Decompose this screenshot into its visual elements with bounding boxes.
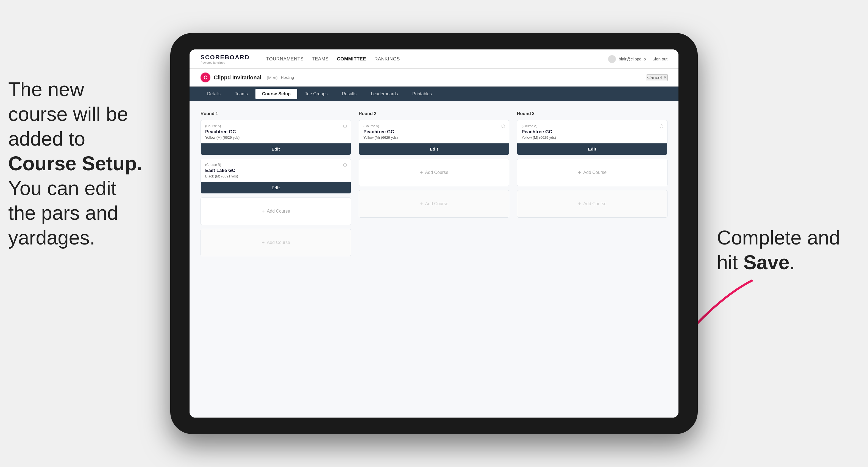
course-card-inner-r3a: (Course A) Peachtree GC Yellow (M) (6629… [517, 120, 667, 139]
course-a-edit-r1[interactable]: Edit [201, 144, 351, 155]
round-1-column: Round 1 (Course A) Peachtree GC Yellow (… [200, 111, 351, 260]
course-b-tag-r1: (Course B) [205, 163, 346, 167]
course-a-info-r1: Yellow (M) (6629 yds) [205, 135, 346, 139]
round-1-label: Round 1 [200, 111, 351, 116]
left-annotation: The new course will be added to Course S… [8, 77, 167, 250]
round-3-label: Round 3 [517, 111, 668, 116]
course-a-delete-r1[interactable]: ⬡ [342, 123, 348, 129]
course-a-edit-r3[interactable]: Edit [517, 144, 667, 155]
course-a-tag-r2: (Course A) [363, 124, 505, 128]
logo-subtitle: Powered by clippd [200, 61, 250, 64]
tab-teams[interactable]: Teams [228, 89, 254, 99]
main-content: Round 1 (Course A) Peachtree GC Yellow (… [189, 101, 679, 417]
round-1-add-course-1[interactable]: + Add Course [200, 197, 351, 225]
round-2-label: Round 2 [359, 111, 509, 116]
plus-icon-r3: + [578, 169, 581, 176]
add-course-label-r2b: Add Course [425, 201, 448, 206]
hosting-badge: Hosting [281, 75, 294, 80]
course-b-delete-r1[interactable]: ⬡ [342, 162, 348, 168]
round-2-add-course-1[interactable]: + Add Course [359, 159, 509, 186]
logo-title: SCOREBOARD [200, 54, 250, 61]
round-2-add-course-2: + Add Course [359, 190, 509, 218]
add-course-label-r1b: Add Course [267, 240, 290, 245]
nav-committee[interactable]: COMMITTEE [337, 56, 366, 62]
round-3-column: Round 3 (Course A) Peachtree GC Yellow (… [517, 111, 668, 260]
nav-tournaments[interactable]: TOURNAMENTS [266, 56, 304, 62]
sign-out-link[interactable]: Sign out [652, 57, 668, 61]
tab-tee-groups[interactable]: Tee Groups [298, 89, 334, 99]
round-2-column: Round 2 (Course A) Peachtree GC Yellow (… [359, 111, 509, 260]
course-a-name-r1: Peachtree GC [205, 129, 346, 134]
tournament-name: Clippd Invitational [214, 74, 261, 81]
add-course-label-r1a: Add Course [267, 209, 290, 214]
tournament-header: C Clippd Invitational (Men) Hosting Canc… [189, 69, 679, 87]
rounds-grid: Round 1 (Course A) Peachtree GC Yellow (… [200, 111, 668, 260]
tab-printables[interactable]: Printables [406, 89, 438, 99]
add-course-label-r3b: Add Course [583, 201, 607, 206]
course-a-name-r2: Peachtree GC [363, 129, 505, 134]
nav-rankings[interactable]: RANKINGS [374, 56, 400, 62]
course-a-name-r3: Peachtree GC [522, 129, 663, 134]
course-a-delete-r3[interactable]: ⬡ [658, 123, 664, 129]
tablet: SCOREBOARD Powered by clippd TOURNAMENTS… [170, 33, 698, 434]
plus-icon-r3b: + [578, 201, 581, 207]
course-b-edit-r1[interactable]: Edit [201, 182, 351, 193]
nav-right: blair@clippd.io | Sign out [608, 55, 668, 63]
scoreboard-logo: SCOREBOARD Powered by clippd [200, 54, 250, 64]
round-2-course-a-card: (Course A) Peachtree GC Yellow (M) (6629… [359, 120, 509, 155]
c-logo: C [200, 72, 210, 83]
tab-details[interactable]: Details [200, 89, 227, 99]
course-card-inner-r2a: (Course A) Peachtree GC Yellow (M) (6629… [359, 120, 509, 139]
course-a-edit-r2[interactable]: Edit [359, 144, 509, 155]
user-avatar [608, 55, 616, 63]
cancel-button[interactable]: Cancel ✕ [647, 74, 668, 81]
course-a-tag-r3: (Course A) [522, 124, 663, 128]
right-annotation: Complete and hit Save. [717, 225, 860, 275]
tab-results[interactable]: Results [335, 89, 363, 99]
round-1-course-b-card: (Course B) East Lake GC Black (M) (6891 … [200, 159, 351, 194]
tab-bar: Details Teams Course Setup Tee Groups Re… [189, 87, 679, 101]
user-email: blair@clippd.io [619, 57, 646, 61]
plus-icon-disabled: + [261, 240, 265, 246]
course-card-inner: (Course A) Peachtree GC Yellow (M) (6629… [201, 120, 351, 139]
nav-links: TOURNAMENTS TEAMS COMMITTEE RANKINGS [266, 56, 597, 62]
plus-icon: + [261, 208, 265, 215]
tab-leaderboards[interactable]: Leaderboards [364, 89, 405, 99]
course-a-delete-r2[interactable]: ⬡ [500, 123, 506, 129]
tournament-title-row: C Clippd Invitational (Men) Hosting [200, 72, 294, 83]
round-3-course-a-card: (Course A) Peachtree GC Yellow (M) (6629… [517, 120, 668, 155]
top-nav: SCOREBOARD Powered by clippd TOURNAMENTS… [189, 50, 679, 69]
course-a-info-r2: Yellow (M) (6629 yds) [363, 135, 505, 139]
round-1-add-course-2: + Add Course [200, 229, 351, 256]
tab-course-setup[interactable]: Course Setup [255, 89, 297, 99]
round-1-course-a-card: (Course A) Peachtree GC Yellow (M) (6629… [200, 120, 351, 155]
course-a-tag-r1: (Course A) [205, 124, 346, 128]
course-a-info-r3: Yellow (M) (6629 yds) [522, 135, 663, 139]
add-course-label-r2a: Add Course [425, 170, 448, 175]
course-b-name-r1: East Lake GC [205, 168, 346, 173]
course-card-inner-b: (Course B) East Lake GC Black (M) (6891 … [201, 159, 351, 178]
course-b-info-r1: Black (M) (6891 yds) [205, 174, 346, 178]
plus-icon-r2: + [420, 169, 423, 176]
tablet-screen: SCOREBOARD Powered by clippd TOURNAMENTS… [189, 50, 679, 417]
plus-icon-r2b: + [420, 201, 423, 207]
round-3-add-course-1[interactable]: + Add Course [517, 159, 668, 186]
nav-teams[interactable]: TEAMS [312, 56, 329, 62]
add-course-label-r3a: Add Course [583, 170, 607, 175]
round-3-add-course-2: + Add Course [517, 190, 668, 218]
tournament-gender: (Men) [267, 75, 277, 80]
